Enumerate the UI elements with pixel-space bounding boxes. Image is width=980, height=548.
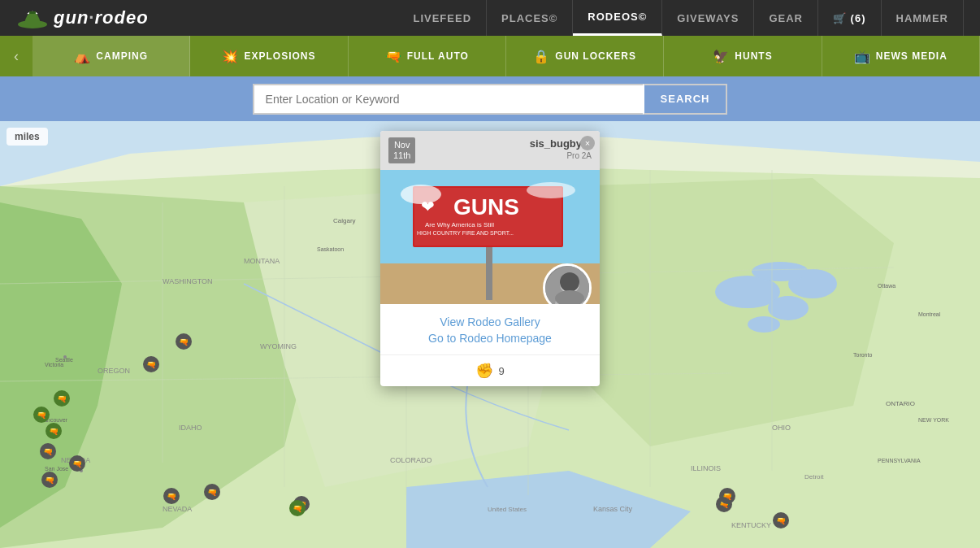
svg-text:🔫: 🔫 — [57, 394, 67, 404]
category-explosions[interactable]: 💥 EXPLOSIONS — [190, 36, 348, 76]
category-explosions-label: EXPLOSIONS — [244, 50, 315, 62]
svg-text:NEW YORK: NEW YORK — [918, 417, 949, 423]
map-pin[interactable]: 🔫 — [163, 487, 180, 508]
svg-point-113 — [560, 272, 579, 292]
category-hunts-label: HUNTS — [735, 50, 772, 62]
category-gun-lockers-label: GUN LOCKERS — [555, 50, 636, 62]
svg-text:Ottawa: Ottawa — [878, 283, 895, 289]
category-gun-lockers[interactable]: 🔒 GUN LOCKERS — [506, 36, 664, 76]
svg-text:PENNSYLVANIA: PENNSYLVANIA — [878, 458, 921, 463]
nav-rodeos[interactable]: RODEOS© — [573, 0, 662, 36]
camping-icon: ⛺ — [74, 49, 91, 64]
search-input[interactable] — [253, 84, 643, 115]
username-text: sis_bugby — [530, 137, 582, 150]
svg-text:GUNS: GUNS — [453, 194, 519, 220]
map-pin[interactable]: 🔫 — [41, 471, 59, 492]
popup-date: Nov 11th — [388, 137, 415, 163]
svg-text:MONTANA: MONTANA — [244, 257, 280, 265]
category-full-auto-label: FULL AUTO — [407, 50, 469, 62]
map-pin[interactable]: 🔫 — [142, 355, 160, 376]
category-full-auto[interactable]: 🔫 FULL AUTO — [349, 36, 506, 76]
full-auto-icon: 🔫 — [385, 49, 402, 64]
popup-badge: Pro 2A — [530, 151, 592, 160]
svg-text:OREGON: OREGON — [98, 367, 130, 375]
category-news-media-label: NEWS MEDIA — [876, 50, 947, 62]
top-navigation: gun·rodeo LIVEFEED PLACES© RODEOS© GIVEW… — [0, 0, 980, 36]
svg-text:🔫: 🔫 — [45, 475, 55, 485]
svg-text:ILLINOIS: ILLINOIS — [691, 464, 721, 472]
logo-rodeo: rodeo — [94, 7, 148, 28]
category-camping-label: CAMPING — [96, 50, 148, 62]
popup-date-day: 11th — [393, 150, 410, 161]
nav-giveways[interactable]: GIVEWAYS — [662, 0, 754, 36]
like-icon[interactable]: ✊ — [475, 362, 493, 380]
svg-text:Toronto: Toronto — [853, 352, 872, 358]
popup-close-button[interactable]: × — [580, 136, 595, 150]
svg-text:🔫: 🔫 — [293, 503, 303, 514]
svg-text:COLORADO: COLORADO — [390, 456, 432, 464]
miles-badge: miles — [7, 128, 48, 146]
svg-text:United States: United States — [488, 506, 527, 513]
category-items: ⛺ CAMPING 💥 EXPLOSIONS 🔫 FULL AUTO 🔒 GUN… — [33, 36, 980, 76]
map-pin[interactable]: 🔫 — [288, 499, 306, 520]
map-pin[interactable]: 🔫 — [45, 422, 63, 443]
svg-text:🔫: 🔫 — [167, 491, 177, 502]
svg-text:Calgary: Calgary — [333, 217, 356, 224]
nav-hammer[interactable]: HAMMER — [882, 0, 965, 36]
gun-lockers-icon: 🔒 — [533, 49, 550, 64]
map-pin[interactable]: 🔫 — [68, 454, 86, 476]
svg-text:WASHINGTON: WASHINGTON — [163, 277, 213, 285]
view-gallery-link[interactable]: View Rodeo Gallery — [388, 315, 592, 328]
svg-point-109 — [527, 182, 575, 198]
hunts-icon: 🦅 — [713, 49, 730, 64]
category-prev-arrow[interactable]: ‹ — [0, 36, 33, 76]
map-pin[interactable]: 🔫 — [718, 487, 736, 508]
map-pin[interactable]: 🔫 — [175, 333, 193, 354]
map-pin[interactable]: 🔫 — [772, 511, 790, 533]
svg-text:🔫: 🔫 — [37, 410, 47, 420]
logo-text: gun·rodeo — [54, 7, 149, 28]
map-container[interactable]: OREGON IDAHO NEVADA WYOMING WASHINGTON M… — [0, 121, 980, 548]
svg-point-6 — [752, 262, 809, 281]
svg-text:🔫: 🔫 — [207, 487, 218, 498]
category-hunts[interactable]: 🦅 HUNTS — [664, 36, 822, 76]
map-pin[interactable]: 🔫 — [39, 442, 57, 463]
map-pin[interactable]: 🔫 — [53, 389, 71, 411]
search-bar: SEARCH — [0, 76, 980, 121]
svg-rect-1 — [29, 11, 36, 14]
search-button[interactable]: SEARCH — [643, 84, 728, 115]
svg-text:HIGH COUNTRY FIRE AND SPORT...: HIGH COUNTRY FIRE AND SPORT... — [417, 230, 514, 236]
nav-gear[interactable]: GEAR — [754, 0, 818, 36]
svg-text:IDAHO: IDAHO — [179, 424, 202, 432]
nav-cart[interactable]: 🛒 (6) — [818, 0, 882, 36]
go-homepage-link[interactable]: Go to Rodeo Homepage — [388, 332, 592, 345]
svg-text:🔫: 🔫 — [146, 359, 157, 370]
svg-point-7 — [748, 316, 780, 333]
popup-date-month: Nov — [393, 140, 410, 150]
svg-text:WYOMING: WYOMING — [260, 342, 297, 350]
nav-livefeed[interactable]: LIVEFEED — [398, 0, 487, 36]
svg-text:🔫: 🔫 — [776, 515, 787, 526]
svg-text:Montreal: Montreal — [918, 311, 941, 317]
logo[interactable]: gun·rodeo — [16, 2, 149, 34]
svg-point-4 — [768, 296, 809, 320]
category-news-media[interactable]: 📺 NEWS MEDIA — [822, 36, 980, 76]
like-count: 9 — [498, 365, 504, 377]
svg-text:🔫: 🔫 — [43, 446, 54, 457]
svg-text:🔫: 🔫 — [49, 426, 59, 437]
svg-text:Detroit: Detroit — [804, 473, 824, 481]
svg-text:🔫: 🔫 — [179, 337, 189, 347]
popup-body: View Rodeo Gallery Go to Rodeo Homepage — [380, 304, 600, 354]
category-bar: ‹ ⛺ CAMPING 💥 EXPLOSIONS 🔫 FULL AUTO 🔒 G… — [0, 36, 980, 76]
logo-icon — [16, 2, 49, 34]
svg-text:Victoria: Victoria — [45, 362, 63, 368]
popup-avatar — [543, 263, 592, 304]
nav-places[interactable]: PLACES© — [487, 0, 573, 36]
category-camping[interactable]: ⛺ CAMPING — [33, 36, 190, 76]
svg-text:KENTUCKY: KENTUCKY — [731, 521, 771, 529]
logo-gun: gun — [54, 7, 89, 28]
map-pin[interactable]: 🔫 — [203, 483, 221, 504]
main-nav: LIVEFEED PLACES© RODEOS© GIVEWAYS GEAR 🛒… — [398, 0, 964, 36]
svg-text:OHIO: OHIO — [772, 424, 791, 432]
svg-text:🔫: 🔫 — [72, 459, 83, 469]
